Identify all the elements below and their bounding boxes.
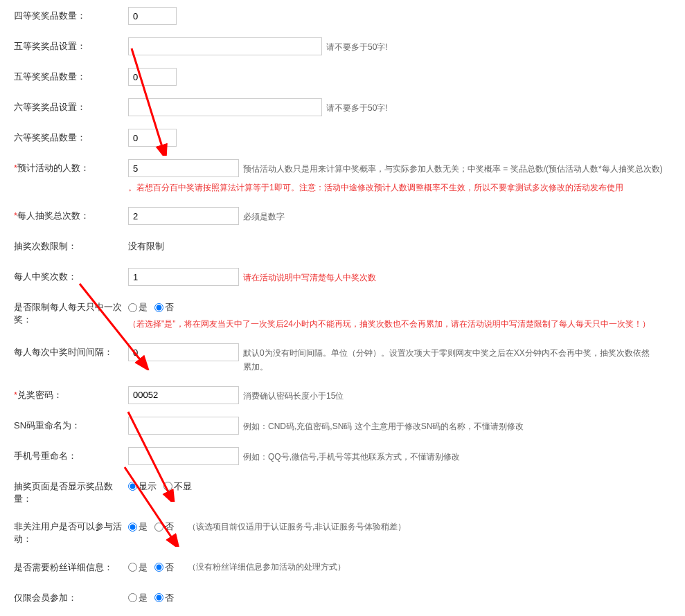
radio-memonly-yes-label: 是 bbox=[139, 592, 148, 604]
label-redeem-code: 兑奖密码： bbox=[14, 386, 128, 401]
warn-expected-people: 。若想百分百中奖请按照算法计算等于1即可。注意：活动中途修改预计人数调整概率不生… bbox=[128, 181, 671, 194]
label-prize4-qty: 四等奖奖品数量： bbox=[14, 7, 128, 22]
radio-memonly-yes[interactable] bbox=[128, 593, 137, 602]
label-prize5-setup: 五等奖奖品设置： bbox=[14, 37, 128, 53]
paren-nonfollow: （该选项目前仅适用于认证服务号,非认证服务号体验稍差） bbox=[188, 521, 406, 533]
input-draw-per-person[interactable] bbox=[128, 207, 239, 225]
radio-memonly-no[interactable] bbox=[154, 593, 163, 602]
input-prize6-qty[interactable] bbox=[128, 129, 177, 147]
radio-showqty-yes-label: 显示 bbox=[139, 480, 157, 493]
label-win-per-person: 每人中奖次数： bbox=[14, 268, 128, 283]
row-prize6-qty: 六等奖奖品数量： bbox=[14, 129, 671, 147]
label-sn-rename: SN码重命名为： bbox=[14, 417, 128, 432]
label-draw-limit: 抽奖次数限制： bbox=[14, 237, 128, 253]
radio-nonfollow-no-label: 否 bbox=[165, 520, 174, 533]
label-need-fan-info: 是否需要粉丝详细信息： bbox=[14, 559, 128, 574]
label-expected-people: 预计活动的人数： bbox=[14, 159, 128, 174]
row-member-only: 仅限会员参加： 是 否 bbox=[14, 589, 671, 607]
row-draw-per-person: 每人抽奖总次数： 必须是数字 bbox=[14, 207, 671, 225]
input-win-interval[interactable] bbox=[128, 343, 239, 361]
label-prize5-qty: 五等奖奖品数量： bbox=[14, 68, 128, 83]
row-expected-people: 预计活动的人数： 预估活动人数只是用来计算中奖概率，与实际参加人数无关；中奖概率… bbox=[14, 159, 671, 194]
input-prize5-qty[interactable] bbox=[128, 68, 177, 86]
input-prize6-setup[interactable] bbox=[128, 98, 322, 116]
input-prize5-setup[interactable] bbox=[128, 37, 322, 55]
radio-nonfollow-no[interactable] bbox=[154, 523, 163, 532]
row-redeem-code: 兑奖密码： 消费确认密码长度小于15位 bbox=[14, 386, 671, 404]
hint-prize6-setup: 请不要多于50字! bbox=[322, 98, 388, 115]
radio-showqty-yes[interactable] bbox=[128, 482, 137, 491]
row-win-interval: 每人每次中奖时间间隔： 默认0为没有时间间隔。单位（分钟）。设置次项大于零则网友… bbox=[14, 343, 671, 373]
label-prize6-setup: 六等奖奖品设置： bbox=[14, 98, 128, 114]
radio-faninfo-no-label: 否 bbox=[165, 561, 174, 574]
row-prize6-setup: 六等奖奖品设置： 请不要多于50字! bbox=[14, 98, 671, 116]
radio-dailyone-yes[interactable] bbox=[128, 303, 137, 312]
hint-draw-per-person: 必须是数字 bbox=[239, 207, 285, 224]
radio-dailyone-no-label: 否 bbox=[165, 301, 174, 314]
input-phone-rename[interactable] bbox=[128, 447, 239, 465]
radio-showqty-no-label: 不显 bbox=[174, 480, 192, 493]
radio-dailyone-yes-label: 是 bbox=[139, 301, 148, 314]
hint-expected-people: 预估活动人数只是用来计算中奖概率，与实际参加人数无关；中奖概率 = 奖品总数/(… bbox=[239, 159, 663, 176]
paren-dailyone: （若选择"是"，将在网友当天中了一次奖后24小时内不能再玩，抽奖次数也不会再累加… bbox=[128, 318, 671, 331]
input-prize4-qty[interactable] bbox=[128, 7, 177, 25]
radio-memonly-no-label: 否 bbox=[165, 592, 174, 604]
input-expected-people[interactable] bbox=[128, 159, 239, 177]
row-prize5-qty: 五等奖奖品数量： bbox=[14, 68, 671, 86]
hint-prize5-setup: 请不要多于50字! bbox=[322, 37, 388, 54]
input-sn-rename[interactable] bbox=[128, 417, 239, 435]
label-show-prize-qty: 抽奖页面是否显示奖品数量： bbox=[14, 478, 128, 505]
radio-faninfo-yes[interactable] bbox=[128, 563, 137, 572]
row-phone-rename: 手机号重命名： 例如：QQ号,微信号,手机号等其他联系方式，不懂请别修改 bbox=[14, 447, 671, 465]
row-prize4-qty: 四等奖奖品数量： bbox=[14, 7, 671, 25]
radio-faninfo-yes-label: 是 bbox=[139, 561, 148, 574]
input-win-per-person[interactable] bbox=[128, 268, 239, 286]
row-sn-rename: SN码重命名为： 例如：CND码,充值密码,SN码 这个主意用于修改SN码的名称… bbox=[14, 417, 671, 435]
label-phone-rename: 手机号重命名： bbox=[14, 447, 128, 462]
radio-nonfollow-yes[interactable] bbox=[128, 523, 137, 532]
row-draw-limit: 抽奖次数限制： 没有限制 bbox=[14, 237, 671, 255]
row-prize5-setup: 五等奖奖品设置： 请不要多于50字! bbox=[14, 37, 671, 55]
label-non-follow: 非关注用户是否可以参与活动： bbox=[14, 518, 128, 545]
row-daily-one-win: 是否限制每人每天只中一次奖： 是 否 （若选择"是"，将在网友当天中了一次奖后2… bbox=[14, 298, 671, 331]
label-win-interval: 每人每次中奖时间间隔： bbox=[14, 343, 128, 359]
hint-win-interval: 默认0为没有时间间隔。单位（分钟）。设置次项大于零则网友中奖之后在XX分钟内不会… bbox=[239, 343, 655, 373]
hint-phone-rename: 例如：QQ号,微信号,手机号等其他联系方式，不懂请别修改 bbox=[239, 447, 460, 464]
label-member-only: 仅限会员参加： bbox=[14, 589, 128, 604]
radio-faninfo-no[interactable] bbox=[154, 563, 163, 572]
value-draw-limit: 没有限制 bbox=[128, 237, 164, 253]
radio-dailyone-no[interactable] bbox=[154, 303, 163, 312]
row-need-fan-info: 是否需要粉丝详细信息： 是 否 （没有粉丝详细信息参加活动的处理方式） bbox=[14, 559, 671, 577]
label-prize6-qty: 六等奖奖品数量： bbox=[14, 129, 128, 144]
form-wrap: 四等奖奖品数量： 五等奖奖品设置： 请不要多于50字! 五等奖奖品数量： 六等奖… bbox=[14, 7, 671, 616]
hint-redeem-code: 消费确认密码长度小于15位 bbox=[239, 386, 344, 403]
paren-faninfo: （没有粉丝详细信息参加活动的处理方式） bbox=[188, 561, 346, 573]
label-draw-per-person: 每人抽奖总次数： bbox=[14, 207, 128, 222]
row-win-per-person: 每人中奖次数： 请在活动说明中写清楚每人中奖次数 bbox=[14, 268, 671, 286]
label-daily-one-win: 是否限制每人每天只中一次奖： bbox=[14, 298, 128, 326]
hint-sn-rename: 例如：CND码,充值密码,SN码 这个主意用于修改SN码的名称，不懂请别修改 bbox=[239, 417, 524, 433]
row-non-follow: 非关注用户是否可以参与活动： 是 否 （该选项目前仅适用于认证服务号,非认证服务… bbox=[14, 518, 671, 545]
hint-win-per-person: 请在活动说明中写清楚每人中奖次数 bbox=[239, 268, 376, 284]
radio-showqty-no[interactable] bbox=[163, 482, 172, 491]
radio-nonfollow-yes-label: 是 bbox=[139, 520, 148, 533]
input-redeem-code[interactable] bbox=[128, 386, 239, 404]
row-show-prize-qty: 抽奖页面是否显示奖品数量： 显示 不显 bbox=[14, 478, 671, 505]
